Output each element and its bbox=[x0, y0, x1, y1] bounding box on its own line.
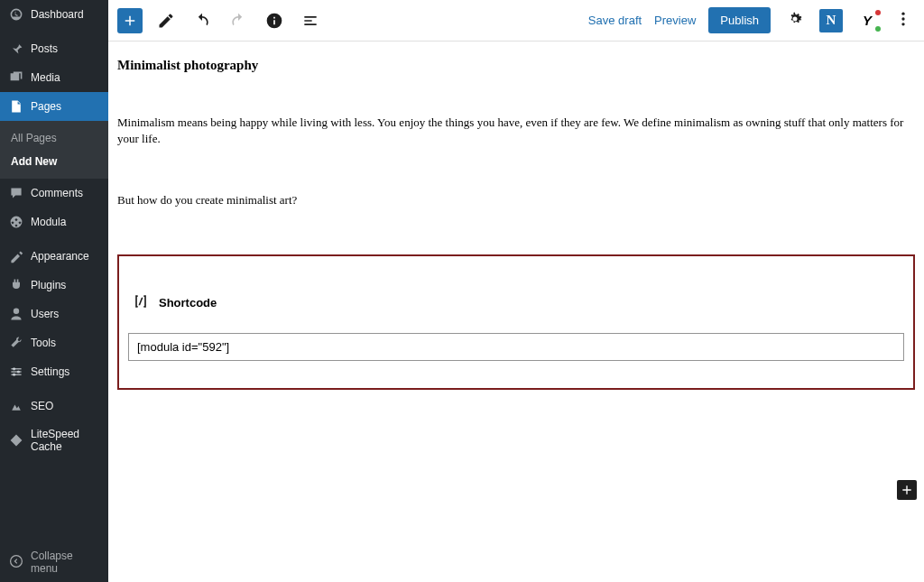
sidebar-item-settings[interactable]: Settings bbox=[0, 357, 108, 386]
litespeed-icon bbox=[9, 433, 23, 448]
gear-icon bbox=[786, 10, 804, 32]
shortcode-block[interactable]: Shortcode bbox=[117, 254, 915, 390]
sidebar-item-tools[interactable]: Tools bbox=[0, 328, 108, 357]
sidebar-item-media[interactable]: Media bbox=[0, 63, 108, 92]
shortcode-input[interactable] bbox=[128, 333, 904, 361]
sidebar-item-appearance[interactable]: Appearance bbox=[0, 242, 108, 271]
svg-point-0 bbox=[13, 367, 15, 370]
paragraph-block[interactable]: But how do you create minimalist art? bbox=[117, 192, 915, 208]
editor-topbar: Save draft Preview Publish N Y bbox=[108, 0, 924, 42]
dashboard-icon bbox=[9, 7, 23, 22]
sidebar-item-dashboard[interactable]: Dashboard bbox=[0, 0, 108, 29]
tools-icon bbox=[9, 336, 23, 350]
save-draft-link[interactable]: Save draft bbox=[588, 14, 642, 27]
sidebar-item-pages[interactable]: Pages bbox=[0, 92, 108, 121]
publish-button[interactable]: Publish bbox=[708, 7, 771, 33]
svg-point-5 bbox=[901, 17, 904, 20]
sidebar-item-label: Tools bbox=[31, 337, 56, 349]
svg-point-3 bbox=[11, 555, 23, 567]
add-block-button[interactable] bbox=[117, 8, 143, 33]
plugin-n-button[interactable]: N bbox=[819, 9, 843, 32]
info-button[interactable] bbox=[262, 8, 287, 33]
appearance-icon bbox=[9, 249, 23, 263]
shortcode-title: Shortcode bbox=[159, 296, 217, 309]
settings-gear-button[interactable] bbox=[783, 9, 807, 32]
shortcode-icon bbox=[132, 292, 150, 313]
sidebar-item-label: Users bbox=[31, 308, 59, 320]
sidebar-item-modula[interactable]: Modula bbox=[0, 208, 108, 236]
yoast-label: Y bbox=[863, 13, 872, 28]
users-icon bbox=[9, 307, 23, 321]
sidebar-item-label: Pages bbox=[31, 100, 61, 113]
sidebar-item-label: Posts bbox=[31, 42, 58, 55]
sidebar-item-label: Dashboard bbox=[31, 8, 84, 21]
svg-point-2 bbox=[13, 374, 15, 376]
sidebar-item-litespeed[interactable]: LiteSpeed Cache bbox=[0, 420, 108, 460]
sidebar-item-label: Media bbox=[31, 71, 60, 84]
yoast-button[interactable]: Y bbox=[855, 9, 879, 32]
sidebar-item-plugins[interactable]: Plugins bbox=[0, 271, 108, 300]
pages-icon bbox=[9, 99, 23, 114]
submenu-all-pages[interactable]: All Pages bbox=[0, 126, 108, 150]
admin-sidebar: Dashboard Posts Media Pages All Pages Ad… bbox=[0, 0, 108, 582]
status-dot-green bbox=[875, 26, 881, 32]
post-title[interactable]: Minimalist photography bbox=[117, 58, 915, 73]
preview-link[interactable]: Preview bbox=[654, 14, 696, 27]
status-dot-red bbox=[875, 10, 881, 15]
edit-mode-button[interactable] bbox=[153, 8, 179, 33]
submenu-add-new[interactable]: Add New bbox=[0, 150, 108, 173]
sidebar-collapse[interactable]: Collapse menu bbox=[0, 542, 108, 582]
settings-icon bbox=[9, 365, 23, 379]
sidebar-item-label: Modula bbox=[31, 216, 66, 228]
sidebar-item-label: Appearance bbox=[31, 250, 89, 263]
svg-point-6 bbox=[901, 23, 904, 25]
sidebar-pages-submenu: All Pages Add New bbox=[0, 121, 108, 179]
plugins-icon bbox=[9, 278, 23, 292]
sidebar-item-users[interactable]: Users bbox=[0, 300, 108, 328]
document-outline-button[interactable] bbox=[298, 8, 323, 33]
modula-icon bbox=[9, 215, 23, 229]
sidebar-item-posts[interactable]: Posts bbox=[0, 34, 108, 63]
pin-icon bbox=[9, 42, 23, 56]
more-options-button[interactable] bbox=[892, 9, 915, 32]
editor-canvas[interactable]: Minimalist photography Minimalism means … bbox=[108, 42, 924, 582]
sidebar-item-seo[interactable]: SEO bbox=[0, 392, 108, 420]
svg-point-4 bbox=[901, 12, 904, 14]
editor-main: Save draft Preview Publish N Y Mini bbox=[108, 0, 924, 582]
seo-icon bbox=[9, 399, 23, 413]
sidebar-item-label: LiteSpeed Cache bbox=[31, 428, 99, 453]
sidebar-item-label: Comments bbox=[31, 187, 83, 199]
paragraph-block[interactable]: Minimalism means being happy while livin… bbox=[117, 115, 915, 147]
media-icon bbox=[9, 70, 23, 85]
sidebar-item-label: SEO bbox=[31, 400, 53, 412]
undo-button[interactable] bbox=[189, 8, 215, 33]
sidebar-item-comments[interactable]: Comments bbox=[0, 179, 108, 208]
sidebar-item-label: Plugins bbox=[31, 279, 66, 291]
kebab-icon bbox=[894, 10, 912, 32]
svg-point-1 bbox=[17, 370, 20, 373]
sidebar-item-label: Settings bbox=[31, 365, 69, 378]
add-block-fab[interactable] bbox=[897, 480, 917, 500]
collapse-label: Collapse menu bbox=[31, 550, 99, 575]
redo-button[interactable] bbox=[226, 8, 251, 33]
collapse-icon bbox=[9, 554, 23, 571]
comments-icon bbox=[9, 186, 23, 200]
